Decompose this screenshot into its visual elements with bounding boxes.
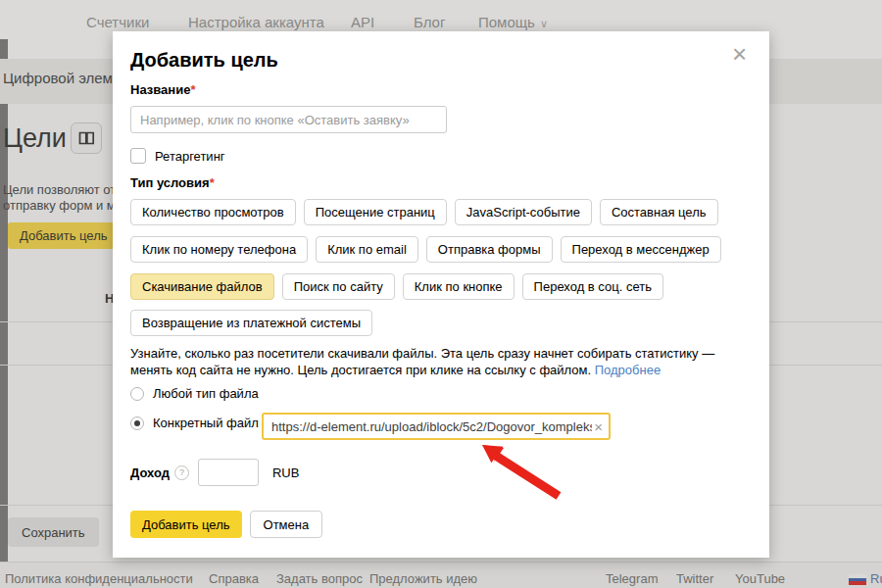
nav-help-label: Помощь — [478, 14, 535, 30]
name-label: Название* — [130, 82, 195, 97]
specific-file-radio-row[interactable]: Конкретный файл — [130, 416, 259, 430]
counter-name: Цифровой элеме — [3, 70, 121, 86]
condition-chip-form-submit[interactable]: Отправка формы — [426, 236, 553, 263]
cancel-button[interactable]: Отмена — [250, 511, 323, 538]
condition-row-3: Скачивание файлов Поиск по сайту Клик по… — [130, 273, 663, 300]
radio-unselected-icon[interactable] — [130, 387, 144, 401]
retargeting-checkbox-row[interactable]: Ретаргетинг — [130, 148, 225, 164]
goal-name-input[interactable] — [130, 106, 447, 133]
metrica-goals-screen: Счетчики Настройка аккаунта API Блог Пом… — [0, 0, 882, 588]
condition-chip-button-click[interactable]: Клик по кнопке — [403, 273, 514, 300]
condition-chip-messenger[interactable]: Переход в мессенджер — [561, 236, 721, 263]
add-goal-submit-button[interactable]: Добавить цель — [130, 511, 242, 538]
condition-row-2: Клик по номеру телефона Клик по email От… — [130, 236, 721, 263]
file-url-input[interactable] — [264, 419, 594, 434]
condition-type-label: Тип условия* — [130, 175, 215, 190]
condition-chip-composite[interactable]: Составная цель — [600, 199, 718, 225]
question-icon[interactable]: ? — [174, 466, 189, 480]
specific-file-label: Конкретный файл — [153, 416, 259, 430]
russia-flag-icon — [849, 574, 866, 585]
income-input[interactable] — [198, 459, 259, 486]
footer-ask-link[interactable]: Задать вопрос — [276, 571, 363, 586]
page-title: Цели — [3, 123, 67, 154]
goals-help-button[interactable] — [71, 122, 102, 154]
name-label-text: Название — [130, 82, 190, 97]
footer-youtube-link[interactable]: YouTube — [735, 571, 785, 586]
condition-chip-file-download-selected[interactable]: Скачивание файлов — [130, 273, 274, 300]
condition-chip-social[interactable]: Переход в соц. сеть — [522, 273, 663, 300]
footer-privacy-link[interactable]: Политика конфиденциальности — [5, 571, 193, 586]
any-file-radio-row[interactable]: Любой тип файла — [130, 386, 259, 401]
footer-help-link[interactable]: Справка — [209, 571, 259, 586]
income-label: Доход — [130, 466, 170, 480]
condition-row-1: Количество просмотров Посещение страниц … — [130, 199, 718, 225]
clear-icon[interactable]: × — [594, 418, 609, 435]
close-icon[interactable]: × — [732, 41, 747, 67]
income-row: Доход ? RUB — [130, 459, 299, 486]
nav-blog[interactable]: Блог — [414, 14, 445, 30]
retargeting-label: Ретаргетинг — [155, 149, 225, 164]
footer-telegram-link[interactable]: Telegram — [606, 571, 658, 586]
condition-chip-site-search[interactable]: Поиск по сайту — [282, 273, 395, 300]
book-icon — [78, 131, 95, 145]
condition-chip-pageviews[interactable]: Количество просмотров — [130, 199, 296, 225]
footer-suggest-link[interactable]: Предложить идею — [369, 571, 477, 586]
chevron-down-icon: ∨ — [540, 18, 548, 29]
nav-account-settings[interactable]: Настройка аккаунта — [188, 14, 324, 30]
save-button[interactable]: Сохранить — [8, 517, 99, 547]
condition-type-label-text: Тип условия — [130, 175, 210, 190]
footer: Политика конфиденциальности Справка Зада… — [0, 562, 882, 588]
page-left-edge — [0, 39, 8, 562]
goals-page-description: Цели позволяют от отправку форм и м — [3, 182, 116, 214]
condition-chip-pagevisits[interactable]: Посещение страниц — [304, 199, 447, 225]
any-file-label: Любой тип файла — [153, 386, 259, 401]
background-add-goal-button[interactable]: Добавить цель — [8, 222, 120, 249]
radio-selected-icon[interactable] — [130, 416, 144, 430]
file-url-box: × — [262, 413, 611, 440]
condition-row-4: Возвращение из платежной системы — [130, 310, 372, 336]
dialog-title: Добавить цель — [130, 49, 278, 72]
condition-description: Узнайте, сколько раз посетители скачивал… — [130, 345, 750, 378]
currency-label: RUB — [272, 466, 299, 480]
nav-help[interactable]: Помощь∨ — [478, 14, 548, 30]
add-goal-dialog: Добавить цель × Название* Ретаргетинг Ти… — [113, 31, 769, 558]
condition-chip-email-click[interactable]: Клик по email — [316, 236, 418, 263]
condition-chip-phone-click[interactable]: Клик по номеру телефона — [130, 236, 308, 263]
footer-twitter-link[interactable]: Twitter — [676, 571, 713, 586]
condition-chip-payment-return[interactable]: Возвращение из платежной системы — [130, 310, 372, 336]
more-link[interactable]: Подробнее — [595, 363, 661, 377]
checkbox-unchecked-icon[interactable] — [130, 148, 146, 164]
condition-chip-js-event[interactable]: JavaScript-событие — [455, 199, 592, 225]
dialog-buttons: Добавить цель Отмена — [130, 511, 322, 538]
nav-counters[interactable]: Счетчики — [86, 14, 149, 30]
language-switcher[interactable]: Ru — [870, 571, 882, 586]
required-asterisk: * — [210, 175, 215, 190]
nav-api[interactable]: API — [351, 14, 374, 30]
required-asterisk: * — [190, 82, 195, 97]
